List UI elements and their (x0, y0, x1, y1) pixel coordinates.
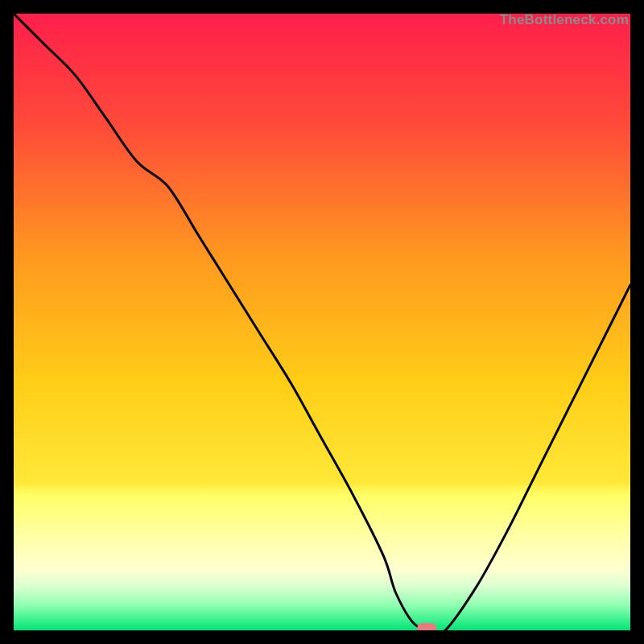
chart-frame: TheBottleneck.com (14, 14, 630, 630)
bottleneck-chart (14, 14, 630, 630)
gradient-background (14, 14, 630, 630)
optimal-marker (417, 623, 436, 630)
watermark-label: TheBottleneck.com (500, 12, 629, 28)
